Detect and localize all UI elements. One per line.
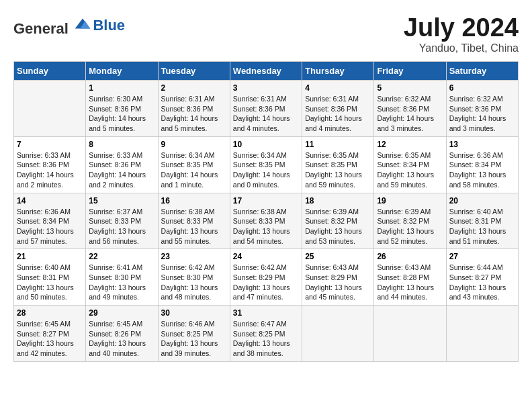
cell-text: Sunrise: 6:34 AMSunset: 8:35 PMDaylight:… — [161, 150, 227, 190]
header-tuesday: Tuesday — [158, 62, 230, 81]
calendar-cell: 12Sunrise: 6:35 AMSunset: 8:34 PMDayligh… — [374, 136, 446, 193]
calendar-cell: 7Sunrise: 6:33 AMSunset: 8:36 PMDaylight… — [14, 136, 86, 193]
day-number: 8 — [89, 140, 154, 149]
calendar-cell: 14Sunrise: 6:36 AMSunset: 8:34 PMDayligh… — [14, 193, 86, 249]
day-number: 5 — [377, 83, 443, 93]
day-number: 24 — [233, 252, 299, 261]
cell-text: Sunrise: 6:36 AMSunset: 8:34 PMDaylight:… — [449, 150, 515, 190]
calendar-cell: 9Sunrise: 6:34 AMSunset: 8:35 PMDaylight… — [158, 136, 230, 193]
calendar-cell: 5Sunrise: 6:32 AMSunset: 8:36 PMDaylight… — [374, 81, 446, 137]
calendar-cell: 27Sunrise: 6:44 AMSunset: 8:27 PMDayligh… — [446, 249, 518, 306]
cell-text: Sunrise: 6:32 AMSunset: 8:36 PMDaylight:… — [377, 94, 443, 134]
day-number: 6 — [449, 83, 515, 93]
logo: General Blue — [13, 13, 125, 38]
day-number: 20 — [449, 196, 515, 205]
cell-text: Sunrise: 6:31 AMSunset: 8:36 PMDaylight:… — [233, 94, 299, 134]
calendar-table: Sunday Monday Tuesday Wednesday Thursday… — [13, 61, 519, 362]
calendar-cell: 31Sunrise: 6:47 AMSunset: 8:25 PMDayligh… — [230, 306, 302, 362]
header-friday: Friday — [374, 62, 446, 81]
calendar-cell: 8Sunrise: 6:33 AMSunset: 8:36 PMDaylight… — [86, 136, 158, 193]
calendar-cell: 1Sunrise: 6:30 AMSunset: 8:36 PMDaylight… — [86, 81, 158, 137]
calendar-cell: 10Sunrise: 6:34 AMSunset: 8:35 PMDayligh… — [230, 136, 302, 193]
calendar-cell: 19Sunrise: 6:39 AMSunset: 8:32 PMDayligh… — [374, 193, 446, 249]
day-number: 14 — [17, 196, 83, 205]
day-number: 7 — [17, 140, 83, 149]
day-number: 1 — [89, 83, 154, 93]
day-number: 29 — [89, 308, 154, 318]
calendar-cell: 16Sunrise: 6:38 AMSunset: 8:33 PMDayligh… — [158, 193, 230, 249]
cell-text: Sunrise: 6:40 AMSunset: 8:31 PMDaylight:… — [449, 207, 515, 246]
calendar-cell: 18Sunrise: 6:39 AMSunset: 8:32 PMDayligh… — [302, 193, 374, 249]
header-monday: Monday — [86, 62, 158, 81]
day-number: 23 — [161, 252, 227, 261]
day-number: 16 — [161, 196, 227, 205]
calendar-cell: 6Sunrise: 6:32 AMSunset: 8:36 PMDaylight… — [446, 81, 518, 137]
calendar-cell: 4Sunrise: 6:31 AMSunset: 8:36 PMDaylight… — [302, 81, 374, 137]
day-number: 11 — [305, 140, 371, 149]
day-number: 27 — [449, 252, 515, 261]
calendar-cell — [302, 306, 374, 362]
calendar-week-row: 1Sunrise: 6:30 AMSunset: 8:36 PMDaylight… — [14, 81, 519, 137]
logo-icon — [73, 13, 93, 34]
calendar-cell — [14, 81, 86, 137]
calendar-cell: 2Sunrise: 6:31 AMSunset: 8:36 PMDaylight… — [158, 81, 230, 137]
subtitle: Yanduo, Tibet, China — [404, 42, 519, 54]
cell-text: Sunrise: 6:43 AMSunset: 8:28 PMDaylight:… — [377, 263, 443, 302]
logo-general: General — [13, 20, 69, 37]
header-thursday: Thursday — [302, 62, 374, 81]
day-number: 25 — [305, 252, 371, 261]
calendar-cell — [446, 306, 518, 362]
cell-text: Sunrise: 6:38 AMSunset: 8:33 PMDaylight:… — [161, 207, 227, 246]
calendar-cell: 26Sunrise: 6:43 AMSunset: 8:28 PMDayligh… — [374, 249, 446, 306]
calendar-cell: 15Sunrise: 6:37 AMSunset: 8:33 PMDayligh… — [86, 193, 158, 249]
day-number: 18 — [305, 196, 371, 205]
cell-text: Sunrise: 6:47 AMSunset: 8:25 PMDaylight:… — [233, 319, 299, 359]
day-number: 12 — [377, 140, 443, 149]
day-number: 15 — [89, 196, 154, 205]
calendar-week-row: 7Sunrise: 6:33 AMSunset: 8:36 PMDaylight… — [14, 136, 519, 193]
day-number: 31 — [233, 308, 299, 318]
calendar-body: 1Sunrise: 6:30 AMSunset: 8:36 PMDaylight… — [14, 81, 519, 362]
day-number: 3 — [233, 83, 299, 93]
header-sunday: Sunday — [14, 62, 86, 81]
cell-text: Sunrise: 6:31 AMSunset: 8:36 PMDaylight:… — [161, 94, 227, 134]
cell-text: Sunrise: 6:45 AMSunset: 8:26 PMDaylight:… — [89, 319, 154, 359]
cell-text: Sunrise: 6:36 AMSunset: 8:34 PMDaylight:… — [17, 207, 83, 246]
main-title: July 2024 — [404, 13, 519, 42]
page-header: General Blue July 2024 Yanduo, Tibet, Ch… — [13, 13, 519, 54]
calendar-cell: 17Sunrise: 6:38 AMSunset: 8:33 PMDayligh… — [230, 193, 302, 249]
day-number: 2 — [161, 83, 227, 93]
cell-text: Sunrise: 6:44 AMSunset: 8:27 PMDaylight:… — [449, 263, 515, 302]
cell-text: Sunrise: 6:39 AMSunset: 8:32 PMDaylight:… — [377, 207, 443, 246]
cell-text: Sunrise: 6:42 AMSunset: 8:30 PMDaylight:… — [161, 263, 227, 302]
calendar-cell: 13Sunrise: 6:36 AMSunset: 8:34 PMDayligh… — [446, 136, 518, 193]
day-number: 19 — [377, 196, 443, 205]
cell-text: Sunrise: 6:43 AMSunset: 8:29 PMDaylight:… — [305, 263, 371, 302]
day-number: 28 — [17, 308, 83, 318]
cell-text: Sunrise: 6:34 AMSunset: 8:35 PMDaylight:… — [233, 150, 299, 190]
cell-text: Sunrise: 6:40 AMSunset: 8:31 PMDaylight:… — [17, 263, 83, 302]
day-number: 10 — [233, 140, 299, 149]
header-wednesday: Wednesday — [230, 62, 302, 81]
cell-text: Sunrise: 6:33 AMSunset: 8:36 PMDaylight:… — [89, 150, 154, 190]
cell-text: Sunrise: 6:33 AMSunset: 8:36 PMDaylight:… — [17, 150, 83, 190]
day-number: 30 — [161, 308, 227, 318]
calendar-week-row: 28Sunrise: 6:45 AMSunset: 8:27 PMDayligh… — [14, 306, 519, 362]
cell-text: Sunrise: 6:38 AMSunset: 8:33 PMDaylight:… — [233, 207, 299, 246]
title-block: July 2024 Yanduo, Tibet, China — [404, 13, 519, 54]
calendar-week-row: 21Sunrise: 6:40 AMSunset: 8:31 PMDayligh… — [14, 249, 519, 306]
calendar-cell: 3Sunrise: 6:31 AMSunset: 8:36 PMDaylight… — [230, 81, 302, 137]
calendar-cell: 21Sunrise: 6:40 AMSunset: 8:31 PMDayligh… — [14, 249, 86, 306]
calendar-cell: 25Sunrise: 6:43 AMSunset: 8:29 PMDayligh… — [302, 249, 374, 306]
cell-text: Sunrise: 6:30 AMSunset: 8:36 PMDaylight:… — [89, 94, 154, 134]
header-saturday: Saturday — [446, 62, 518, 81]
calendar-cell: 29Sunrise: 6:45 AMSunset: 8:26 PMDayligh… — [86, 306, 158, 362]
day-number: 17 — [233, 196, 299, 205]
day-number: 21 — [17, 252, 83, 261]
cell-text: Sunrise: 6:42 AMSunset: 8:29 PMDaylight:… — [233, 263, 299, 302]
day-number: 13 — [449, 140, 515, 149]
cell-text: Sunrise: 6:37 AMSunset: 8:33 PMDaylight:… — [89, 207, 154, 246]
cell-text: Sunrise: 6:39 AMSunset: 8:32 PMDaylight:… — [305, 207, 371, 246]
calendar-week-row: 14Sunrise: 6:36 AMSunset: 8:34 PMDayligh… — [14, 193, 519, 249]
calendar-header: Sunday Monday Tuesday Wednesday Thursday… — [14, 62, 519, 81]
